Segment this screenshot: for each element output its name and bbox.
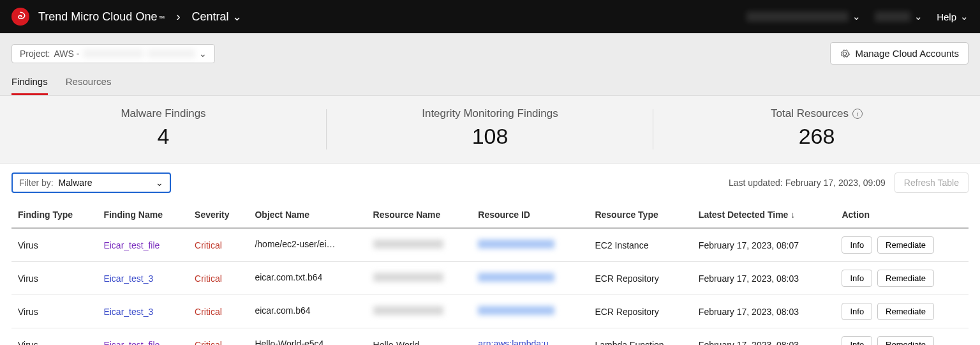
cell-action: InfoRemediate — [835, 228, 969, 262]
cell-finding-name: Eicar_test_3 — [97, 295, 188, 328]
cell-object-name: /home/ec2-user/ei… — [248, 228, 366, 262]
info-button[interactable]: Info — [842, 270, 872, 287]
cell-resource-id — [471, 295, 588, 328]
info-icon[interactable]: i — [852, 109, 863, 119]
cell-resource-name — [367, 228, 472, 262]
cell-severity: Critical — [188, 328, 248, 346]
stat-malware-value: 4 — [0, 124, 327, 149]
project-prefix: AWS - — [54, 49, 79, 59]
topbar: Trend Micro Cloud One™ › Central ⌄ ⌄ ⌄ H… — [0, 0, 980, 33]
cell-finding-name: Eicar_test_file — [97, 228, 188, 262]
cell-resource-type: ECR Repository — [588, 295, 692, 328]
finding-name-link[interactable]: Eicar_test_file — [103, 340, 160, 346]
cell-resource-name — [367, 262, 472, 295]
tabs: FindingsResources — [0, 70, 980, 95]
cell-action: InfoRemediate — [835, 328, 969, 346]
info-button[interactable]: Info — [842, 236, 872, 254]
account-name-masked — [746, 12, 849, 22]
chevron-down-icon: ⌄ — [199, 49, 207, 59]
col-severity[interactable]: Severity — [188, 202, 248, 228]
cell-resource-type: EC2 Instance — [588, 228, 692, 262]
chevron-down-icon: ⌄ — [852, 11, 861, 22]
swirl-icon — [15, 11, 26, 22]
stat-malware: Malware Findings 4 — [0, 96, 327, 163]
cell-resource-id — [471, 228, 588, 262]
refresh-table-button[interactable]: Refresh Table — [895, 172, 969, 193]
project-selector[interactable]: Project: AWS - ⌄ — [11, 44, 215, 63]
col-resource-name[interactable]: Resource Name — [367, 202, 472, 228]
table-toolbar: Filter by: Malware ⌄ Last updated: Febru… — [0, 164, 980, 202]
stat-total-label: Total Resources i — [653, 107, 980, 120]
cell-finding-name: Eicar_test_3 — [97, 262, 188, 295]
gear-icon — [840, 49, 850, 59]
cell-object-name: eicar.com.b64 — [248, 295, 366, 328]
stat-total: Total Resources i 268 — [653, 96, 980, 163]
remediate-button[interactable]: Remediate — [877, 236, 934, 254]
info-button[interactable]: Info — [842, 303, 872, 320]
sort-desc-icon: ↓ — [791, 210, 795, 220]
cell-finding-type: Virus — [11, 328, 97, 346]
project-region-masked — [147, 49, 195, 58]
cell-object-name: eicar.com.txt.b64 — [248, 262, 366, 295]
help-menu[interactable]: Help ⌄ — [937, 11, 969, 22]
tab-findings[interactable]: Findings — [11, 70, 48, 95]
subheader: Project: AWS - ⌄ Manage Cloud Accounts F… — [0, 33, 980, 96]
table-row: VirusEicar_test_3Criticaleicar.com.txt.b… — [11, 262, 969, 295]
user-menu[interactable]: ⌄ — [875, 11, 923, 22]
chevron-down-icon: ⌄ — [960, 11, 969, 22]
cell-finding-type: Virus — [11, 262, 97, 295]
service-selector[interactable]: Central ⌄ — [191, 10, 242, 24]
chevron-down-icon: ⌄ — [914, 11, 923, 22]
col-latest-detected[interactable]: Latest Detected Time ↓ — [692, 202, 836, 228]
cell-action: InfoRemediate — [835, 295, 969, 328]
col-action[interactable]: Action — [835, 202, 969, 228]
stat-malware-label: Malware Findings — [0, 107, 327, 120]
cell-detected: February 17, 2023, 08:03 — [692, 295, 836, 328]
stat-integrity-value: 108 — [327, 124, 653, 149]
project-label: Project: — [20, 49, 50, 59]
info-button[interactable]: Info — [842, 336, 872, 345]
cell-resource-type: Lambda Function — [588, 328, 692, 346]
table-row: VirusEicar_test_fileCriticalHello-World-… — [11, 328, 969, 346]
breadcrumb-separator-icon: › — [174, 10, 182, 24]
stat-integrity: Integrity Monitoring Findings 108 — [327, 96, 653, 163]
table-row: VirusEicar_test_fileCritical/home/ec2-us… — [11, 228, 969, 262]
finding-name-link[interactable]: Eicar_test_3 — [103, 273, 153, 284]
remediate-button[interactable]: Remediate — [877, 270, 934, 287]
user-name-masked — [875, 12, 910, 22]
last-updated: Last updated: February 17, 2023, 09:09 — [729, 178, 886, 188]
brand-title: Trend Micro Cloud One™ — [38, 10, 165, 24]
tab-resources[interactable]: Resources — [66, 70, 112, 95]
stats-row: Malware Findings 4 Integrity Monitoring … — [0, 96, 980, 164]
col-finding-name[interactable]: Finding Name — [97, 202, 188, 228]
finding-name-link[interactable]: Eicar_test_file — [103, 240, 160, 250]
col-object-name[interactable]: Object Name — [248, 202, 366, 228]
cell-detected: February 17, 2023, 08:07 — [692, 228, 836, 262]
project-name-masked — [83, 49, 144, 58]
findings-table: Finding Type Finding Name Severity Objec… — [11, 202, 969, 345]
finding-name-link[interactable]: Eicar_test_3 — [103, 307, 153, 317]
col-resource-id[interactable]: Resource ID — [471, 202, 588, 228]
cell-finding-type: Virus — [11, 295, 97, 328]
col-resource-type[interactable]: Resource Type — [588, 202, 692, 228]
cell-resource-name: Hello-World — [367, 328, 472, 346]
cell-severity: Critical — [188, 262, 248, 295]
cell-detected: February 17, 2023, 08:03 — [692, 262, 836, 295]
trend-micro-logo — [11, 8, 29, 26]
stat-total-value: 268 — [653, 124, 980, 149]
chevron-down-icon: ⌄ — [232, 10, 242, 24]
cell-resource-name — [367, 295, 472, 328]
cell-object-name: Hello-World-e5c4… — [248, 328, 366, 346]
remediate-button[interactable]: Remediate — [877, 303, 934, 320]
filter-select[interactable]: Filter by: Malware ⌄ — [11, 172, 171, 193]
table-row: VirusEicar_test_3Criticaleicar.com.b64EC… — [11, 295, 969, 328]
cell-finding-name: Eicar_test_file — [97, 328, 188, 346]
cell-resource-id: arn:aws:lambda:u… — [471, 328, 588, 346]
remediate-button[interactable]: Remediate — [877, 336, 934, 345]
col-finding-type[interactable]: Finding Type — [11, 202, 97, 228]
manage-cloud-accounts-button[interactable]: Manage Cloud Accounts — [830, 42, 969, 65]
account-menu[interactable]: ⌄ — [746, 11, 861, 22]
resource-id-link[interactable]: arn:aws:lambda:u… — [478, 339, 558, 345]
cell-resource-id — [471, 262, 588, 295]
cell-severity: Critical — [188, 295, 248, 328]
